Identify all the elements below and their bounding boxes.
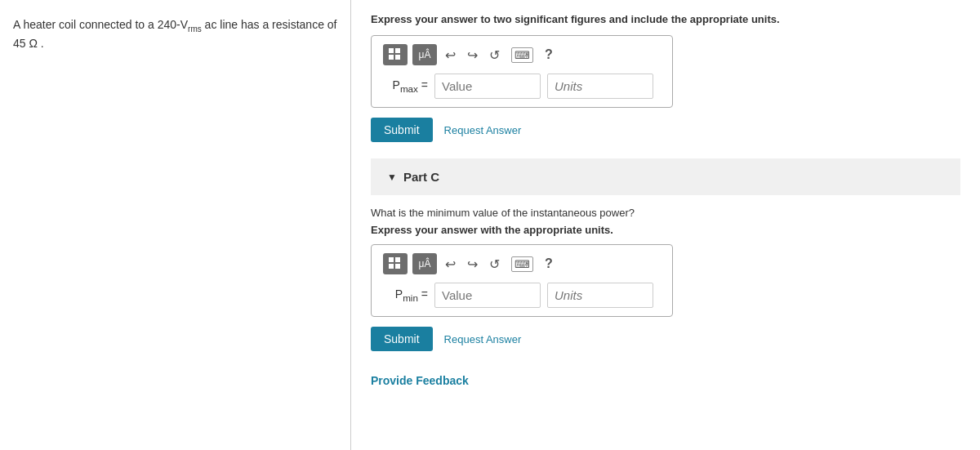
svg-rect-5 bbox=[395, 257, 400, 262]
top-action-row: Submit Request Answer bbox=[371, 118, 960, 142]
part-c-value-input[interactable] bbox=[434, 283, 541, 308]
right-panel: Express your answer to two significant f… bbox=[351, 0, 980, 450]
top-redo-button[interactable]: ↪ bbox=[464, 46, 481, 65]
top-input-row: Pmax = bbox=[383, 74, 661, 99]
part-c-section-header: ▼ Part C bbox=[371, 158, 960, 195]
part-c-question: What is the minimum value of the instant… bbox=[371, 207, 960, 219]
top-help-button[interactable]: ? bbox=[541, 46, 556, 64]
top-unit-button[interactable]: μÂ bbox=[412, 44, 437, 65]
part-c-undo-button[interactable]: ↩ bbox=[442, 255, 459, 274]
problem-statement: A heater coil connected to a 240-Vrms ac… bbox=[13, 16, 337, 52]
top-request-link[interactable]: Request Answer bbox=[444, 124, 522, 136]
svg-rect-1 bbox=[395, 48, 400, 53]
svg-rect-7 bbox=[395, 264, 400, 269]
part-c-unit-button[interactable]: μÂ bbox=[412, 253, 437, 274]
part-c-content: What is the minimum value of the instant… bbox=[371, 207, 960, 351]
svg-rect-2 bbox=[389, 55, 394, 60]
part-c-units-input[interactable] bbox=[547, 283, 653, 308]
top-toolbar: μÂ ↩ ↪ ↺ ⌨ ? bbox=[383, 44, 661, 65]
top-label: Pmax = bbox=[383, 78, 428, 94]
part-c-reset-button[interactable]: ↺ bbox=[486, 255, 503, 274]
page-layout: A heater coil connected to a 240-Vrms ac… bbox=[0, 0, 980, 450]
provide-feedback-link[interactable]: Provide Feedback bbox=[371, 374, 469, 387]
top-value-input[interactable] bbox=[434, 74, 541, 99]
top-undo-button[interactable]: ↩ bbox=[442, 46, 459, 65]
part-c-redo-button[interactable]: ↪ bbox=[464, 255, 481, 274]
part-c-label: Part C bbox=[403, 170, 439, 184]
left-panel: A heater coil connected to a 240-Vrms ac… bbox=[0, 0, 351, 450]
part-c-toolbar: μÂ ↩ ↪ ↺ ⌨ ? bbox=[383, 253, 661, 274]
part-c-arrow[interactable]: ▼ bbox=[387, 172, 397, 183]
svg-rect-6 bbox=[389, 264, 394, 269]
part-c-answer-box: μÂ ↩ ↪ ↺ ⌨ ? Pmin = bbox=[371, 244, 673, 317]
svg-rect-0 bbox=[389, 48, 394, 53]
part-c-help-button[interactable]: ? bbox=[541, 255, 556, 273]
top-answer-box: μÂ ↩ ↪ ↺ ⌨ ? Pmax = bbox=[371, 35, 673, 108]
part-c-input-row: Pmin = bbox=[383, 283, 661, 308]
top-units-input[interactable] bbox=[547, 74, 653, 99]
svg-rect-4 bbox=[389, 257, 394, 262]
top-reset-button[interactable]: ↺ bbox=[486, 46, 503, 65]
part-c-matrix-button[interactable] bbox=[383, 253, 408, 274]
svg-rect-3 bbox=[395, 55, 400, 60]
top-matrix-button[interactable] bbox=[383, 44, 408, 65]
part-c-request-link[interactable]: Request Answer bbox=[444, 333, 522, 345]
part-c-label-eq: Pmin = bbox=[383, 287, 428, 303]
top-submit-button[interactable]: Submit bbox=[371, 118, 433, 142]
part-c-submit-button[interactable]: Submit bbox=[371, 327, 433, 351]
top-keyboard-button[interactable]: ⌨ bbox=[508, 46, 537, 65]
part-c-action-row: Submit Request Answer bbox=[371, 327, 960, 351]
top-instruction: Express your answer to two significant f… bbox=[371, 13, 960, 25]
part-c-instruction: Express your answer with the appropriate… bbox=[371, 224, 960, 236]
part-c-keyboard-button[interactable]: ⌨ bbox=[508, 255, 537, 274]
